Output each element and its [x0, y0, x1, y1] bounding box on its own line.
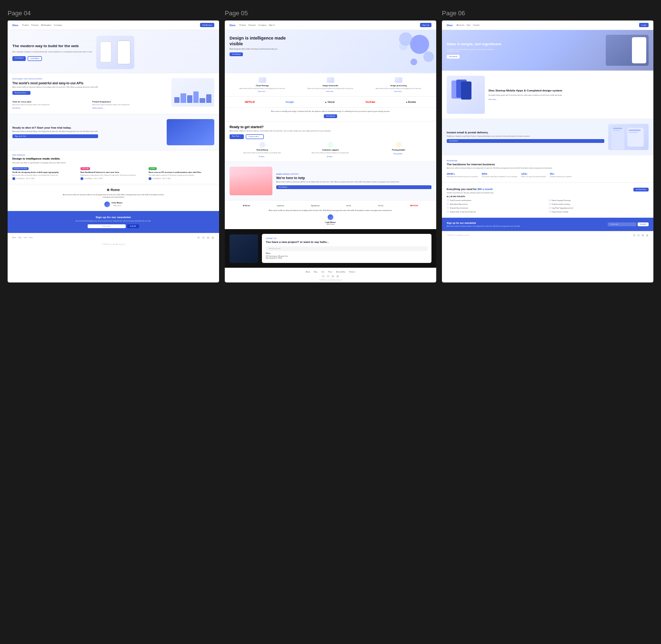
- t-logo-terser: terser: [346, 204, 351, 207]
- nav-link-features[interactable]: Features: [31, 24, 39, 26]
- page-05-cta-btn1[interactable]: Start Now →: [230, 134, 244, 139]
- instagram-icon[interactable]: in: [207, 236, 210, 239]
- p5-twitter-icon[interactable]: t: [327, 275, 330, 278]
- p5-footer-blog[interactable]: Blog: [314, 271, 317, 273]
- p5-feature-icon-2: [327, 77, 334, 83]
- page-05-support-btn[interactable]: Get Started →: [276, 185, 431, 189]
- page-04-feat2-link[interactable]: Explore partners →: [92, 107, 105, 109]
- pricing-title-block: Everything you need for $99 a month Incl…: [447, 188, 494, 196]
- p6-nav-contact[interactable]: Contact: [473, 24, 480, 26]
- page-05-cta-btn2[interactable]: Contact sales →: [246, 134, 264, 139]
- p5-footer-join[interactable]: Join: [321, 271, 324, 273]
- page-05-logos-desc: We've done it carefully and simply. Comb…: [230, 111, 431, 112]
- blog-author-avatar-1: [12, 177, 15, 180]
- facebook-icon[interactable]: f: [197, 236, 200, 239]
- page-06-nav-cta[interactable]: Login: [639, 23, 649, 27]
- blog-post-2-title: New Dashboard features to save your time: [80, 171, 146, 173]
- cta-icon-2: [328, 142, 333, 148]
- page-06-pricing-btn[interactable]: Get Started Now: [633, 188, 649, 191]
- page-05-nav-cta[interactable]: Sign Up: [420, 23, 431, 27]
- p5-instagram-icon[interactable]: in: [331, 275, 334, 278]
- page-04-signup-btn[interactable]: Sign up for free: [12, 134, 98, 138]
- page-05-support-image: [230, 167, 272, 195]
- p5-feature-3-link[interactable]: Learn more →: [366, 91, 431, 92]
- p5-nav-company[interactable]: Company: [258, 24, 266, 26]
- twitter-icon[interactable]: t: [202, 236, 205, 239]
- logo-google: Google: [286, 101, 294, 103]
- p5-footer-about[interactable]: About: [306, 271, 310, 273]
- page-04-newsletter-input[interactable]: Enter email...: [88, 224, 126, 228]
- bubble-3: [423, 51, 434, 62]
- p6-facebook-icon[interactable]: f: [633, 234, 636, 237]
- nav-link-company[interactable]: Company: [54, 24, 62, 26]
- page-04-features: Tools for every stack Amet minim mollit …: [12, 101, 169, 109]
- feat-3-text: Admin Active Blog tools kist: [450, 203, 468, 205]
- p5-facebook-icon[interactable]: f: [322, 275, 325, 278]
- p6-github-icon[interactable]: g: [646, 234, 649, 237]
- stat-3: 125+ Other in our year in the product aw…: [521, 172, 546, 178]
- logo-vercel: ▲ Vercel: [324, 101, 334, 103]
- footer-link-jobs[interactable]: Jobs: [24, 237, 27, 239]
- nav-link-product[interactable]: Product: [22, 24, 29, 26]
- svg-rect-2: [461, 81, 471, 100]
- p6-feat-7: Dynamic table, to drop list tool button …: [447, 211, 547, 213]
- page-05-contact-title: You have a new project? or want to say h…: [266, 241, 428, 244]
- p6-twitter-icon[interactable]: t: [637, 234, 640, 237]
- page-04-read-docs-btn[interactable]: Read the Docs →: [12, 91, 30, 95]
- stat-1: 384K+ Individuals and businesses who use…: [447, 172, 478, 178]
- page-06-delivery-btn[interactable]: Get Started: [447, 139, 604, 143]
- p5-feature-1-link[interactable]: Learn more →: [230, 91, 295, 92]
- page-05-logos-btn[interactable]: Get Started: [324, 114, 337, 118]
- page-06-newsletter-btn[interactable]: Notify Me: [638, 222, 649, 226]
- p5-footer-accessibility[interactable]: Accessibility: [336, 271, 345, 273]
- p5-nav-features[interactable]: Features: [248, 24, 256, 26]
- github-icon[interactable]: g: [211, 236, 214, 239]
- p5-feature-1-desc: Amet minim mollit non deserunt ullamco e…: [230, 88, 295, 90]
- page-05-nav-links: Product Features Company Sign In: [240, 24, 420, 26]
- p5-cta-feature-2: Customer support Amet minim mollit non d…: [298, 142, 363, 158]
- page-06-card-link[interactable]: See it live →: [489, 99, 562, 101]
- footer-link-about[interactable]: About: [12, 237, 16, 239]
- p6-instagram-icon[interactable]: in: [641, 234, 644, 237]
- page-05-support-section: AWARD WINNING SUPPORT We're here to help…: [225, 161, 436, 200]
- cta-feature-3-link[interactable]: Pricing details →: [393, 153, 404, 155]
- nav-link-marketplace[interactable]: Marketplace: [41, 24, 51, 26]
- bubble-5: [411, 59, 417, 65]
- p5-feature-2-link[interactable]: Learn more →: [298, 91, 363, 92]
- footer-link-press[interactable]: Press: [29, 237, 33, 239]
- page-04-get-started-btn[interactable]: Get Started: [12, 56, 26, 61]
- page-06-newsletter-input[interactable]: Enter email...: [608, 222, 636, 226]
- page-04-newsletter-desc: Do not miss the latest Stripe news. Once…: [12, 220, 214, 222]
- page-04-blog-desc: Duis aute irure dolor in reprehenderit i…: [12, 162, 214, 164]
- page-04-feat2-desc: Amet minim mollit non deserunt ullamco e…: [92, 104, 169, 106]
- p6-nav-diex[interactable]: Diex: [467, 24, 471, 26]
- page-04-feature-1: Tools for every stack Amet minim mollit …: [12, 101, 89, 109]
- page-04-newsletter-btn[interactable]: Notify Me: [127, 224, 139, 228]
- cta-icon-1: [260, 142, 265, 148]
- p5-footer-press[interactable]: Press: [328, 271, 332, 273]
- blog-post-1-author: Linda Watson · Feb 17, 2022: [12, 177, 78, 180]
- p5-nav-signin[interactable]: Sign In: [269, 24, 274, 26]
- p5-github-icon[interactable]: g: [336, 275, 339, 278]
- feat-8-text: Drag and drop re-ordering: [552, 211, 569, 213]
- p5-footer-partners[interactable]: Partners: [349, 271, 355, 273]
- page-06-nav-logo: Diex: [447, 24, 453, 27]
- bar-1: [174, 97, 180, 103]
- page-06-hero-btn[interactable]: Get started: [447, 55, 460, 59]
- page-06-hero-desc: The public is now familiar with their sm…: [447, 49, 494, 53]
- page-04-testimonial-avatar: [104, 201, 110, 207]
- page-04-feat1-link[interactable]: See all tools →: [12, 107, 22, 109]
- page-05-hero-btn[interactable]: Get Started: [230, 52, 243, 56]
- p5-nav-product[interactable]: Product: [240, 24, 246, 26]
- page-04-nav-cta[interactable]: Get Access: [200, 23, 214, 27]
- page-04-nav-links: Product Features Marketplace Company: [22, 24, 200, 26]
- cta-feature-3-title: Pricing details: [366, 149, 431, 151]
- cta-feature-2-link[interactable]: Go there →: [327, 156, 334, 158]
- footer-link-blog[interactable]: Blog: [19, 237, 21, 239]
- p6-nav-about[interactable]: About Us: [457, 24, 464, 26]
- cta-feature-1-link[interactable]: Go there →: [259, 156, 266, 158]
- page-04-learn-more-btn[interactable]: Learn More: [28, 56, 42, 61]
- page-05-contact-email-input[interactable]: info@email.com: [266, 246, 428, 251]
- p5-feature-3-desc: Amet minim mollit non deserunt ullamco e…: [366, 88, 431, 90]
- page-05-contact-form: CONTACT US You have a new project? or wa…: [262, 234, 431, 263]
